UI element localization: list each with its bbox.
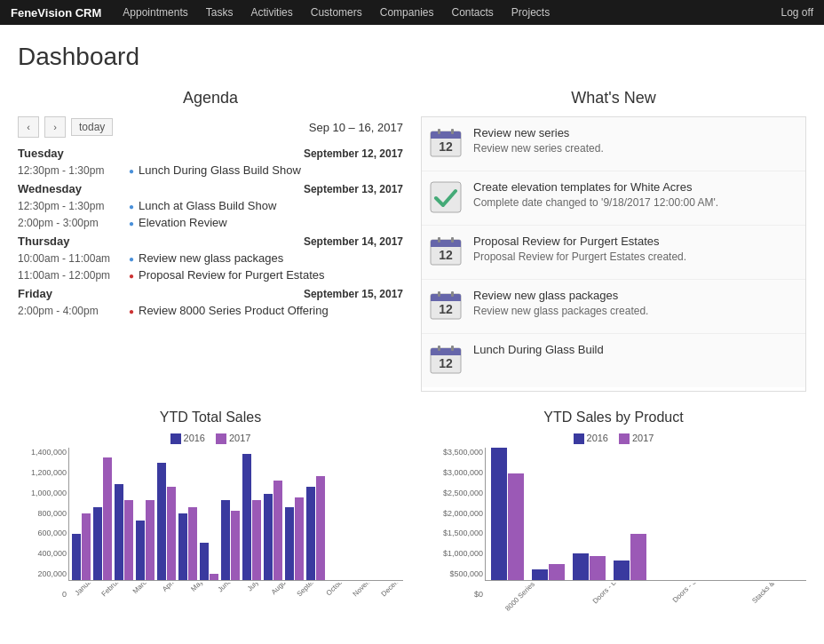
ytd-total-chart-wrapper: 1,400,0001,200,0001,000,000800,000600,00…: [18, 448, 403, 615]
nav-contacts[interactable]: Contacts: [451, 6, 493, 19]
y-axis-label: $2,500,000: [421, 489, 483, 497]
news-item[interactable]: 12 Review new glass packages Review new …: [422, 280, 805, 334]
check-icon: [429, 180, 463, 214]
event-title[interactable]: Proposal Review for Purgert Estates: [139, 266, 403, 283]
news-item[interactable]: 12 Proposal Review for Purgert Estates P…: [422, 226, 805, 280]
nav-appointments[interactable]: Appointments: [123, 6, 187, 19]
y-axis-label: 1,000,000: [18, 489, 67, 497]
svg-text:12: 12: [439, 139, 453, 154]
dashboard-columns: Agenda ‹ › today Sep 10 – 16, 2017 Tuesd…: [18, 89, 806, 392]
x-axis-label: Doors - Single: [659, 583, 738, 615]
bar-group: [285, 497, 304, 580]
bar-2016: [614, 561, 630, 581]
legend-2016: 2016: [170, 433, 205, 444]
bar-2016: [200, 543, 209, 580]
whats-new-title: What's New: [421, 89, 806, 107]
x-axis-label: Stacks & Mulls: [739, 583, 806, 615]
legend-2017-box: [216, 433, 226, 444]
ytd-product-chart: YTD Sales by Product 2016 2017 $3,500,00…: [421, 409, 806, 615]
svg-text:12: 12: [439, 302, 453, 316]
bar-2017: [630, 534, 646, 581]
bar-group: [136, 500, 154, 580]
day-date: September 14, 2017: [139, 231, 403, 250]
y-axis-label: 600,000: [18, 529, 67, 537]
ytd-total-title: YTD Total Sales: [18, 409, 403, 425]
y-axis-label: 1,200,000: [18, 468, 67, 477]
ytd-product-chart-wrapper: $3,500,000$3,000,000$2,500,000$2,000,000…: [421, 448, 806, 615]
ytd-total-bars: [68, 448, 403, 581]
news-content: Review new series Review new series crea…: [473, 126, 798, 155]
ytd-product-chart-main: 8000 Series WindowsDoors - DoubleDoors -…: [485, 448, 806, 615]
agenda-section: Agenda ‹ › today Sep 10 – 16, 2017 Tuesd…: [18, 89, 403, 392]
logoff-link[interactable]: Log off: [781, 6, 813, 19]
event-title[interactable]: Elevation Review: [139, 214, 403, 231]
calendar-icon: 12: [429, 289, 463, 322]
news-desc: Review new series created.: [473, 142, 798, 155]
news-item[interactable]: 12 Lunch During Glass Build: [422, 334, 805, 387]
calendar-icon: 12: [429, 343, 463, 377]
page-title: Dashboard: [18, 43, 806, 71]
bar-group: [306, 476, 325, 580]
bar-group: [72, 513, 91, 580]
y-axis-label: $500,000: [421, 569, 483, 578]
svg-rect-23: [438, 346, 440, 351]
news-item[interactable]: 12 Review new series Review new series c…: [422, 117, 805, 171]
nav-tasks[interactable]: Tasks: [206, 6, 234, 19]
bar-2016: [242, 454, 251, 581]
news-icon-wrapper: 12: [429, 343, 464, 378]
svg-rect-18: [451, 291, 454, 297]
ytd-total-sales-chart: YTD Total Sales 2016 2017 1,400,0001,200…: [18, 409, 403, 615]
agenda-day-header: FridaySeptember 15, 2017: [18, 283, 403, 302]
nav-links: Appointments Tasks Activities Customers …: [123, 6, 780, 19]
y-axis-label: $0: [421, 590, 483, 599]
bar-2016: [72, 534, 81, 581]
agenda-title: Agenda: [18, 89, 403, 107]
svg-rect-24: [451, 346, 454, 351]
nav-customers[interactable]: Customers: [311, 6, 362, 19]
x-axis-label: Doors - Double: [580, 583, 659, 615]
agenda-controls: ‹ › today Sep 10 – 16, 2017: [18, 116, 403, 138]
today-button[interactable]: today: [71, 118, 113, 136]
nav-companies[interactable]: Companies: [380, 6, 434, 19]
day-name: Tuesday: [18, 143, 139, 162]
news-content: Proposal Review for Purgert Estates Prop…: [473, 235, 798, 263]
agenda-event-row: 2:00pm - 4:00pm ● Review 8000 Series Pro…: [18, 302, 403, 319]
bar-2016: [306, 487, 315, 580]
bar-2017: [210, 574, 218, 581]
bar-2017: [231, 511, 240, 580]
y-axis-label: $1,000,000: [421, 549, 483, 558]
agenda-event-row: 12:30pm - 1:30pm ● Lunch During Glass Bu…: [18, 162, 403, 179]
dot-icon: ●: [129, 271, 134, 281]
legend-2017: 2017: [216, 433, 250, 444]
bar-group: [178, 507, 197, 581]
agenda-day-header: ThursdaySeptember 14, 2017: [18, 231, 403, 250]
next-button[interactable]: ›: [44, 116, 66, 138]
event-dot: ●: [124, 197, 139, 214]
prev-button[interactable]: ‹: [18, 116, 39, 138]
bar-2016: [264, 494, 273, 581]
bar-group: [614, 534, 646, 581]
bar-group: [93, 457, 112, 580]
bar-2017: [188, 507, 197, 581]
event-title[interactable]: Review new glass packages: [139, 250, 403, 266]
dot-icon: ●: [129, 202, 134, 211]
nav-projects[interactable]: Projects: [511, 6, 550, 19]
news-item[interactable]: Create elevation templates for White Acr…: [422, 171, 805, 226]
day-name: Thursday: [18, 231, 139, 250]
event-title[interactable]: Review 8000 Series Product Offering: [139, 302, 403, 319]
day-date: September 12, 2017: [139, 143, 403, 162]
ytd-total-legend: 2016 2017: [18, 433, 403, 444]
legend-2016-box: [170, 433, 181, 444]
bar-group: [200, 543, 218, 580]
bar-group: [573, 553, 606, 580]
whats-new-list[interactable]: 12 Review new series Review new series c…: [421, 116, 806, 392]
dot-icon: ●: [129, 306, 134, 316]
event-title[interactable]: Lunch at Glass Build Show: [139, 197, 403, 214]
date-range: Sep 10 – 16, 2017: [309, 121, 403, 134]
event-dot: ●: [124, 162, 139, 179]
svg-text:12: 12: [439, 248, 453, 262]
nav-activities[interactable]: Activities: [250, 6, 292, 19]
svg-rect-11: [438, 237, 440, 242]
event-title[interactable]: Lunch During Glass Build Show: [139, 162, 403, 179]
bar-2016: [491, 448, 507, 580]
